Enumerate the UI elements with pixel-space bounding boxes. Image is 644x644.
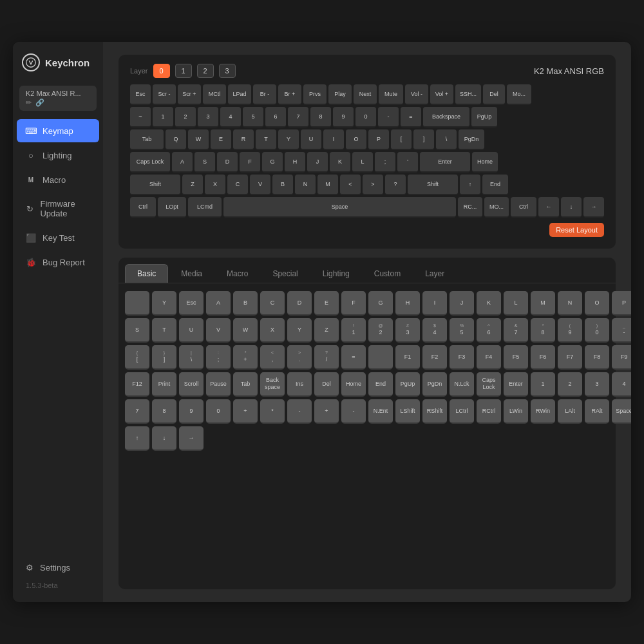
key-enter[interactable]: Enter	[420, 152, 470, 173]
key-d[interactable]: D	[217, 152, 238, 173]
key-rshift[interactable]: Shift	[408, 175, 458, 195]
layer-btn-2[interactable]: 2	[197, 64, 214, 78]
key-pgup[interactable]: PgUp	[471, 107, 497, 128]
grid-key-4-8[interactable]: -	[341, 399, 366, 424]
key-w[interactable]: W	[188, 129, 209, 150]
key-7[interactable]: 7	[288, 107, 308, 128]
grid-key-2-8[interactable]: =	[341, 345, 366, 370]
grid-key-2-0[interactable]: {[	[125, 345, 149, 370]
key-lbracket[interactable]: [	[391, 129, 412, 150]
grid-key-0-16[interactable]: N	[558, 291, 582, 316]
sidebar-item-lighting[interactable]: ○ Lighting	[17, 144, 99, 167]
key-k[interactable]: K	[330, 152, 350, 173]
key-lcmd[interactable]: LCmd	[188, 197, 222, 218]
grid-key-3-2[interactable]: Scroll	[179, 372, 204, 397]
grid-key-3-7[interactable]: Del	[314, 372, 339, 397]
key-y[interactable]: Y	[278, 129, 299, 150]
grid-key-1-11[interactable]: $4	[422, 318, 447, 343]
key-mute[interactable]: Mute	[379, 84, 403, 105]
grid-key-4-13[interactable]: RCtrl	[477, 399, 501, 424]
grid-key-3-14[interactable]: Enter	[504, 372, 528, 397]
grid-key-1-9[interactable]: @2	[368, 318, 393, 343]
grid-key-4-7[interactable]: +	[314, 399, 339, 424]
key-esc[interactable]: Esc	[130, 84, 151, 105]
key-space[interactable]: Space	[223, 197, 456, 218]
grid-key-4-9[interactable]: N.Ent	[368, 399, 393, 424]
key-equals[interactable]: =	[401, 107, 421, 128]
grid-key-0-5[interactable]: C	[260, 291, 285, 316]
grid-key-1-2[interactable]: U	[179, 318, 204, 343]
key-v[interactable]: V	[250, 175, 270, 195]
key-rbracket[interactable]: ]	[413, 129, 434, 150]
grid-key-2-14[interactable]: F5	[504, 345, 528, 370]
tab-layer[interactable]: Layer	[413, 264, 456, 283]
grid-key-3-4[interactable]: Tab	[233, 372, 258, 397]
grid-key-0-3[interactable]: A	[206, 291, 231, 316]
grid-key-2-15[interactable]: F6	[531, 345, 555, 370]
grid-key-3-13[interactable]: Caps Lock	[477, 372, 501, 397]
sidebar-item-macro[interactable]: M Macro	[17, 168, 99, 191]
key-up[interactable]: ↑	[460, 175, 480, 195]
grid-key-0-17[interactable]: O	[585, 291, 609, 316]
key-4[interactable]: 4	[220, 107, 241, 128]
grid-key-2-4[interactable]: *+	[233, 345, 258, 370]
key-h[interactable]: H	[285, 152, 305, 173]
grid-key-4-5[interactable]: *	[260, 399, 285, 424]
tab-custom[interactable]: Custom	[363, 264, 412, 283]
grid-key-3-8[interactable]: Home	[341, 372, 366, 397]
grid-key-3-18[interactable]: 4	[612, 372, 631, 397]
key-s[interactable]: S	[194, 152, 215, 173]
key-mo[interactable]: Mo...	[507, 84, 531, 105]
grid-key-4-0[interactable]: 7	[125, 399, 149, 424]
grid-key-3-6[interactable]: Ins	[287, 372, 312, 397]
key-minus[interactable]: -	[378, 107, 399, 128]
key-prvs[interactable]: Prvs	[303, 84, 327, 105]
key-t[interactable]: T	[256, 129, 276, 150]
key-i[interactable]: I	[323, 129, 344, 150]
key-m[interactable]: M	[317, 175, 338, 195]
key-2[interactable]: 2	[175, 107, 196, 128]
key-lshift[interactable]: Shift	[130, 175, 180, 195]
grid-key-4-6[interactable]: -	[287, 399, 312, 424]
key-g[interactable]: G	[262, 152, 283, 173]
grid-key-0-10[interactable]: H	[395, 291, 420, 316]
key-mo2[interactable]: MO...	[484, 197, 509, 218]
layer-btn-0[interactable]: 0	[153, 64, 170, 78]
grid-key-2-16[interactable]: F7	[558, 345, 582, 370]
grid-key-0-13[interactable]: K	[477, 291, 501, 316]
sidebar-item-keymap[interactable]: ⌨ Keymap	[17, 119, 99, 142]
grid-key-4-1[interactable]: 8	[152, 399, 176, 424]
key-rc[interactable]: RC...	[458, 197, 482, 218]
key-backslash[interactable]: \	[436, 129, 457, 150]
sidebar-item-settings[interactable]: ⚙ Settings	[17, 556, 99, 579]
grid-key-2-17[interactable]: F8	[585, 345, 609, 370]
grid-key-5-0[interactable]: ↑	[125, 426, 149, 451]
key-j[interactable]: J	[307, 152, 328, 173]
grid-key-4-12[interactable]: LCtrl	[450, 399, 474, 424]
key-tilde[interactable]: ~	[130, 107, 151, 128]
key-f[interactable]: F	[240, 152, 260, 173]
tab-basic[interactable]: Basic	[125, 264, 168, 283]
key-x[interactable]: X	[205, 175, 225, 195]
key-volplus[interactable]: Vol +	[430, 84, 453, 105]
grid-key-0-4[interactable]: B	[233, 291, 258, 316]
grid-key-4-17[interactable]: RAlt	[585, 399, 609, 424]
key-rctrl[interactable]: Ctrl	[511, 197, 536, 218]
grid-key-1-8[interactable]: !1	[341, 318, 366, 343]
grid-key-2-11[interactable]: F2	[422, 345, 447, 370]
grid-key-1-7[interactable]: Z	[314, 318, 339, 343]
key-p[interactable]: P	[368, 129, 389, 150]
grid-key-0-9[interactable]: G	[368, 291, 393, 316]
edit-icon[interactable]: ✏	[26, 99, 32, 107]
key-lpad[interactable]: LPad	[228, 84, 251, 105]
grid-key-1-4[interactable]: W	[233, 318, 258, 343]
grid-key-3-5[interactable]: Back space	[260, 372, 285, 397]
grid-key-2-10[interactable]: F1	[395, 345, 420, 370]
grid-key-2-1[interactable]: }]	[152, 345, 176, 370]
key-volminus[interactable]: Vol -	[405, 84, 428, 105]
tab-special[interactable]: Special	[261, 264, 309, 283]
key-a[interactable]: A	[172, 152, 193, 173]
grid-key-2-6[interactable]: >.	[287, 345, 312, 370]
key-brplus[interactable]: Br +	[278, 84, 301, 105]
key-slash[interactable]: ?	[385, 175, 406, 195]
